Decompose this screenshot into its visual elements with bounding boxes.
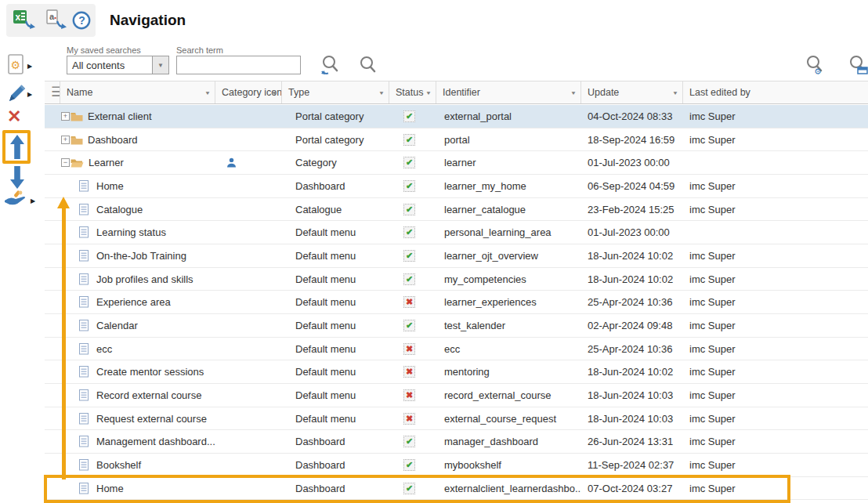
check-icon: ✔ [406,436,413,447]
row-name: Bookshelf [96,459,141,471]
search-profile-button[interactable] [847,54,868,81]
status-checkbox[interactable]: ✔ [403,226,415,238]
search-term-input[interactable] [176,56,301,74]
row-name-cell: ecc [45,338,215,360]
svg-text:⚙: ⚙ [814,67,822,76]
status-checkbox[interactable]: ✔ [403,110,415,122]
table-row[interactable]: Create mentor sessionsDefault menu✖mento… [45,360,868,384]
grid-menu-icon[interactable]: ☰ [51,89,60,96]
status-checkbox[interactable]: ✖ [403,366,415,378]
advanced-search-button[interactable]: ⚙ [804,54,827,81]
table-row[interactable]: Management dashboard...Dashboard✔manager… [45,430,868,454]
row-name-cell: Create mentor sessions [45,360,215,383]
cross-icon: ✖ [406,414,413,424]
update-cell: 18-Jun-2024 10:02 [581,268,683,291]
table-row[interactable]: Request external courseDefault menu✖exte… [45,407,868,431]
search-button[interactable] [358,55,378,80]
edit-button[interactable] [7,83,27,107]
reset-search-button[interactable] [320,54,342,81]
table-row[interactable]: HomeDashboard✔learner_my_home06-Sep-2024… [45,175,868,198]
status-checkbox[interactable]: ✔ [403,180,415,192]
column-label: Type [288,87,309,98]
expand-plus-icon[interactable]: + [61,136,70,144]
create-button[interactable]: ⚙ [7,53,26,79]
row-name-cell: −Learner [45,151,215,174]
table-row[interactable]: HomeDashboard✔externalclient_learnerdash… [45,477,868,501]
export-text-button[interactable]: a [45,9,68,34]
cross-icon: ✖ [406,390,413,400]
update-cell: 06-Sep-2024 04:59 [581,175,683,197]
table-row[interactable]: Job profiles and skillsDefault menu✔my_c… [45,268,868,291]
update-cell: 23-Feb-2024 15:25 [581,198,683,221]
status-checkbox[interactable]: ✔ [403,273,415,285]
column-header-last-edited-by[interactable]: Last edited by [683,81,868,103]
identifier-cell: learner_catalogue [436,198,581,221]
table-row[interactable]: −LearnerCategory✔learner01-Jul-2023 00:0… [45,151,868,175]
table-row[interactable]: Learning statusDefault menu✔personal_lea… [45,221,868,244]
saved-searches-dropdown[interactable]: All contents ▼ [67,56,169,74]
last-edited-by-cell [683,151,868,174]
create-flyout-arrow[interactable]: ▶ [27,63,32,70]
update-cell: 26-Jun-2024 13:31 [581,430,683,453]
edit-flyout-arrow[interactable]: ▶ [27,91,32,98]
chevron-down-icon[interactable]: ▼ [152,56,168,74]
status-checkbox[interactable]: ✔ [403,483,415,494]
table-row[interactable]: CatalogueCatalogue✔learner_catalogue23-F… [45,198,868,222]
check-icon: ✔ [406,111,413,121]
status-checkbox[interactable]: ✖ [403,343,415,355]
identifier-cell: record_external_course [436,384,581,407]
filter-arrow-icon[interactable]: ▼ [378,90,385,96]
filter-arrow-icon[interactable]: ▼ [204,90,211,96]
search-window-icon [847,54,868,78]
update-cell: 25-Apr-2024 10:36 [581,291,683,313]
filter-arrow-icon[interactable]: ▼ [425,90,432,96]
column-header-type[interactable]: Type▼ [282,81,389,103]
svg-text:⚙: ⚙ [11,59,21,71]
filter-arrow-icon[interactable]: ▼ [570,90,577,96]
drag-handle-column-header[interactable]: ☰ [45,81,60,103]
status-checkbox[interactable]: ✔ [403,436,415,447]
status-checkbox[interactable]: ✔ [403,459,415,471]
filter-arrow-icon[interactable]: ▼ [271,90,277,96]
filter-arrow-icon[interactable]: ▼ [672,90,678,96]
cross-icon: ✖ [406,367,413,377]
expand-plus-icon[interactable]: + [61,112,70,121]
status-checkbox[interactable]: ✔ [403,134,415,146]
update-cell: 18-Sep-2024 16:59 [581,128,683,151]
last-edited-by-cell: imc Super [683,291,868,313]
column-header-update[interactable]: Update▼ [581,81,683,103]
status-checkbox[interactable]: ✔ [403,204,415,215]
row-name-cell: Learning status [45,221,215,244]
column-header-status[interactable]: Status▼ [389,81,436,103]
table-row[interactable]: BookshelfDashboard✔mybookshelf11-Sep-202… [45,454,868,477]
status-checkbox[interactable]: ✔ [403,250,415,262]
column-header-identifier[interactable]: Identifier▼ [436,81,581,103]
column-header-category-icon[interactable]: Category icon▼ [215,81,282,103]
table-row[interactable]: eccDefault menu✖ecc25-Apr-2024 10:36imc … [45,338,868,361]
svg-text:x: x [16,12,21,23]
table-row[interactable]: Experience areaDefault menu✖learner_expe… [45,291,868,314]
table-row[interactable]: +DashboardPortal category✔portal18-Sep-2… [45,128,868,152]
status-checkbox[interactable]: ✖ [403,413,415,425]
last-edited-by-cell: imc Super [683,407,868,430]
status-checkbox[interactable]: ✔ [403,157,415,168]
table-row[interactable]: CalendarDefault menu✔test_kalender02-Apr… [45,314,868,338]
status-checkbox[interactable]: ✖ [403,296,415,308]
table-row[interactable]: Record external courseDefault menu✖recor… [45,384,868,407]
table-row[interactable]: On-the-Job TrainingDefault menu✔learner_… [45,244,868,268]
help-button[interactable]: ? [72,11,92,34]
column-label: Name [67,87,92,98]
collapse-minus-icon[interactable]: − [61,158,70,167]
assign-button[interactable] [3,190,30,211]
table-row[interactable]: +External clientPortal category✔external… [45,105,868,128]
column-header-name[interactable]: Name▼ [60,81,215,103]
delete-button[interactable]: ✕ [7,108,21,125]
check-icon: ✔ [406,483,413,494]
move-down-button[interactable] [9,165,25,193]
status-cell: ✔ [389,198,436,221]
move-up-button[interactable] [9,134,25,163]
status-checkbox[interactable]: ✖ [403,389,415,401]
assign-flyout-arrow[interactable]: ▶ [31,197,35,204]
status-checkbox[interactable]: ✔ [403,320,415,331]
export-excel-button[interactable]: x [13,9,36,34]
